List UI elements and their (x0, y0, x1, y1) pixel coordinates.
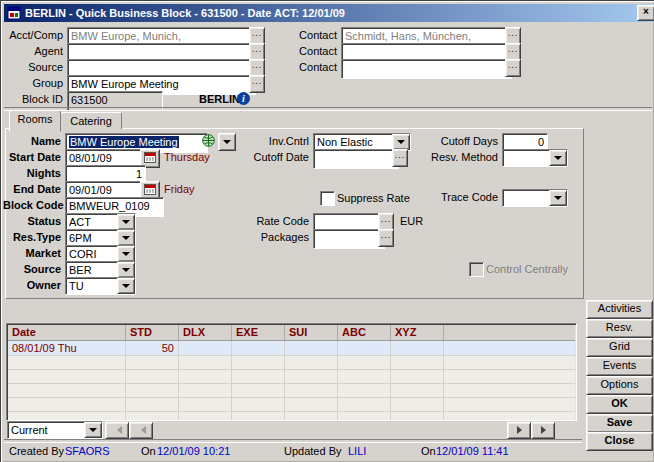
market-value: CORI (69, 248, 118, 260)
grid-empty-row (8, 398, 575, 412)
events-button[interactable]: Events (586, 357, 653, 376)
chevron-down-icon[interactable] (117, 246, 135, 262)
window-close-button[interactable]: × (637, 5, 654, 21)
updated-by-value: LILI (348, 445, 366, 457)
grid-cell (8, 356, 126, 369)
quick-business-block-window: BERLIN - Quick Business Block - 631500 -… (0, 0, 654, 462)
grid-cell (126, 384, 179, 397)
packages-field[interactable] (313, 229, 385, 249)
end-date-day: Friday (164, 181, 244, 197)
nights-label: Nights (3, 165, 61, 181)
grid-header-row: Date STD DLX EXE SUI ABC XYZ (8, 325, 575, 341)
chevron-down-icon[interactable] (117, 262, 135, 278)
grid-cell-filler (444, 384, 575, 397)
tab-catering[interactable]: Catering (60, 112, 122, 129)
cutoff-date-field[interactable] (313, 149, 399, 169)
tab-rooms[interactable]: Rooms (9, 110, 61, 132)
grid-view-select[interactable]: Current (7, 421, 103, 439)
grid-cell (232, 398, 285, 411)
app-icon[interactable] (7, 6, 21, 20)
grid-header-exe: EXE (232, 325, 285, 340)
grid-header-dlx: DLX (179, 325, 232, 340)
grid-cell-filler (444, 356, 575, 369)
created-by-label: Created By (9, 445, 64, 457)
grid-button[interactable]: Grid (586, 338, 653, 357)
chevron-down-icon[interactable] (117, 214, 135, 230)
grid-cell (8, 398, 126, 411)
acct-comp-label: Acct/Comp (5, 27, 63, 43)
contact3-lookup-button[interactable]: ... (505, 59, 521, 77)
updated-on-value: 12/01/09 11:41 (436, 445, 509, 457)
grid-header-xyz: XYZ (391, 325, 444, 340)
suppress-rate-checkbox[interactable] (320, 191, 335, 206)
grid-row[interactable]: 08/01/09 Thu 50 (8, 341, 575, 356)
grid-cell (338, 370, 391, 383)
cutoff-days-label: Cutoff Days (391, 133, 498, 149)
chevron-down-icon[interactable] (84, 422, 102, 438)
grid-scroll-first-button[interactable] (105, 422, 129, 439)
currency-label: EUR (400, 213, 430, 229)
grid-scroll-prev-button[interactable] (129, 422, 153, 439)
updated-on-label: On (421, 445, 436, 457)
res-type-value: 6PM (69, 232, 118, 244)
chevron-down-icon[interactable] (549, 150, 567, 166)
room-grid: Date STD DLX EXE SUI ABC XYZ 08/01/09 Th… (6, 323, 577, 421)
owner-combo[interactable]: TU (65, 277, 136, 295)
ok-button[interactable]: OK (586, 395, 653, 414)
grid-header-date: Date (8, 325, 126, 340)
grid-cell (179, 356, 232, 369)
globe-icon[interactable] (202, 134, 215, 149)
close-icon: × (643, 6, 649, 17)
tab-catering-label: Catering (70, 115, 112, 127)
options-button[interactable]: Options (586, 376, 653, 395)
title-bar[interactable]: BERLIN - Quick Business Block - 631500 -… (4, 4, 654, 22)
start-date-label: Start Date (3, 149, 61, 165)
grid-cell (285, 341, 338, 355)
grid-empty-row (8, 370, 575, 384)
chevron-down-icon[interactable] (549, 190, 567, 206)
close-button[interactable]: Close (586, 432, 653, 451)
grid-cell (8, 412, 126, 421)
group-lookup-button[interactable]: ... (249, 75, 265, 93)
grid-cell (391, 370, 444, 383)
packages-lookup-button[interactable]: ... (378, 229, 394, 247)
grid-scroll-next-button[interactable] (507, 422, 531, 439)
status-value: ACT (69, 216, 118, 228)
chevron-down-icon[interactable] (117, 278, 135, 294)
created-on-value: 12/01/09 10:21 (157, 445, 230, 457)
start-date-day: Thursday (164, 149, 244, 165)
resv-button[interactable]: Resv. (586, 319, 653, 338)
tab-rooms-label: Rooms (18, 113, 53, 125)
grid-scroll-last-button[interactable] (531, 422, 555, 439)
chevron-down-icon[interactable] (117, 230, 135, 246)
rate-code-label: Rate Code (239, 213, 309, 229)
grid-cell (338, 341, 391, 355)
grid-header-std: STD (126, 325, 179, 340)
grid-header-filler (444, 325, 575, 340)
packages-label: Packages (239, 229, 309, 245)
grid-cell (126, 412, 179, 421)
inv-cntrl-value: Non Elastic (317, 136, 393, 148)
resv-method-label: Resv. Method (391, 149, 498, 165)
resv-method-combo[interactable] (502, 149, 568, 167)
grid-cell (232, 384, 285, 397)
grid-cell (179, 384, 232, 397)
grid-cell-filler (444, 341, 575, 355)
grid-cell (126, 398, 179, 411)
contact3-field[interactable] (341, 59, 512, 79)
grid-cell (285, 356, 338, 369)
grid-cell (179, 341, 232, 355)
grid-cell-filler (444, 398, 575, 411)
rooms-source-label: Source (3, 261, 61, 277)
created-on-label: On (141, 445, 156, 457)
grid-cell (391, 412, 444, 421)
trace-code-combo[interactable] (502, 189, 568, 207)
info-icon[interactable]: i (237, 92, 250, 105)
market-label: Market (3, 245, 61, 261)
save-button[interactable]: Save (586, 414, 653, 433)
group-label: Group (5, 75, 63, 91)
footer-divider (4, 439, 582, 443)
block-code-label: Block Code (3, 197, 61, 213)
activities-button[interactable]: Activities (586, 300, 653, 319)
grid-cell (8, 384, 126, 397)
